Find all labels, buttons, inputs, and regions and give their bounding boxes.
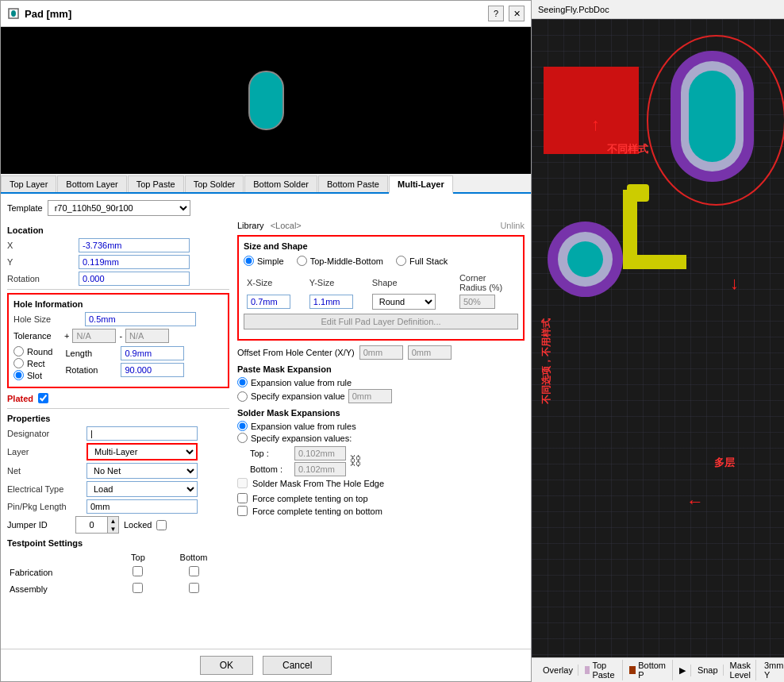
paste-rule-radio[interactable]: [237, 377, 248, 387]
tab-top-solder[interactable]: Top Solder: [185, 175, 244, 192]
net-label: Net: [7, 466, 86, 476]
solder-top-input[interactable]: [294, 446, 346, 460]
bottom-p-btn[interactable]: Bottom P: [625, 660, 673, 680]
testpoint-assembly-bottom[interactable]: [189, 583, 199, 593]
paste-specify-radio: Specify expansion value: [237, 389, 525, 403]
y-input[interactable]: [79, 255, 190, 269]
play-icon[interactable]: ▶: [674, 665, 691, 676]
tenting-bottom-checkbox[interactable]: [237, 506, 248, 516]
hole-size-input[interactable]: [85, 312, 196, 326]
length-row: Length: [65, 346, 184, 360]
tol-plus-input[interactable]: [72, 329, 116, 343]
offset-y-input[interactable]: [408, 345, 452, 360]
arrow-down-icon: ↓: [730, 273, 739, 294]
shape-select[interactable]: Round Rect Oval Chamfered: [372, 294, 436, 310]
jumper-up[interactable]: ▲: [107, 517, 118, 525]
net-select[interactable]: No Net: [86, 463, 198, 479]
dialog-title: Pad [mm]: [7, 7, 71, 20]
solder-specify-radio[interactable]: [237, 433, 248, 443]
solder-hole-edge-row: Solder Mask From The Hole Edge: [237, 478, 525, 488]
testpoint-section: Testpoint Settings Top Bottom: [7, 538, 229, 597]
solder-hole-edge-checkbox[interactable]: [237, 478, 248, 488]
annotation-multilayer: 多层: [714, 456, 735, 470]
pcb-bottom-teal-circle: [567, 241, 603, 277]
mask-level-btn[interactable]: Mask Level: [725, 660, 756, 680]
slot-radio[interactable]: [13, 370, 24, 380]
plated-label: Plated: [7, 394, 33, 403]
help-button[interactable]: ?: [488, 6, 504, 21]
tab-top-layer[interactable]: Top Layer: [1, 175, 56, 192]
tenting-top-checkbox[interactable]: [237, 493, 248, 503]
testpoint-assembly-row: Assembly: [7, 580, 229, 597]
jumper-down[interactable]: ▼: [107, 525, 118, 533]
elec-type-label: Electrical Type: [7, 484, 86, 494]
length-input[interactable]: [121, 346, 184, 360]
testpoint-col-bottom: Bottom: [158, 551, 229, 564]
right-column: Library <Local> Unlink Size and Shape Si…: [237, 221, 525, 597]
left-column: Location X Y Rotation: [7, 221, 229, 597]
top-paste-btn[interactable]: Top Paste: [580, 660, 623, 680]
x-label: X: [7, 241, 79, 250]
tab-multi-layer[interactable]: Multi-Layer: [389, 175, 453, 194]
chain-link-icon[interactable]: ⛓: [349, 454, 362, 468]
fullstack-radio[interactable]: [396, 256, 406, 266]
tab-bottom-layer[interactable]: Bottom Layer: [57, 175, 126, 192]
xsize-input[interactable]: [247, 295, 290, 309]
locked-checkbox[interactable]: [156, 520, 167, 530]
cancel-button[interactable]: Cancel: [263, 656, 332, 675]
size-data-row: Round Rect Oval Chamfered: [244, 293, 518, 310]
rotation-input[interactable]: [79, 272, 190, 286]
plated-checkbox[interactable]: [38, 393, 48, 403]
simple-radio[interactable]: [244, 256, 254, 266]
layer-select[interactable]: Multi-Layer Top Layer Bottom Layer: [86, 443, 198, 460]
x-input[interactable]: [79, 238, 190, 252]
tmb-radio[interactable]: [297, 256, 307, 266]
ok-button[interactable]: OK: [200, 656, 253, 675]
pcb-titlebar: SeeingFly.PcbDoc ◄ ►: [532, 0, 784, 19]
solder-bottom-input[interactable]: [294, 462, 346, 476]
ysize-input[interactable]: [309, 295, 353, 309]
tab-bottom-paste[interactable]: Bottom Paste: [318, 175, 388, 192]
size-mode-row: Simple Top-Middle-Bottom Full Stack: [244, 256, 518, 268]
edit-full-pad-btn[interactable]: Edit Full Pad Layer Definition...: [244, 314, 518, 329]
rect-radio[interactable]: [13, 358, 24, 368]
solder-rule-radio[interactable]: [237, 421, 248, 431]
library-value: <Local>: [271, 221, 302, 230]
unlink-button[interactable]: Unlink: [500, 221, 525, 230]
paste-specify-radio[interactable]: [237, 391, 248, 402]
round-radio[interactable]: [13, 346, 24, 356]
rect-radio-group: Rect: [13, 358, 52, 368]
pin-pkg-input[interactable]: [86, 499, 198, 514]
elec-type-row: Electrical Type Load Source Terminator U…: [7, 481, 229, 497]
paste-specify-label: Specify expansion value: [251, 391, 345, 401]
testpoint-fab-row: Fabrication: [7, 564, 229, 580]
paste-specify-input[interactable]: [348, 389, 392, 403]
snap-btn[interactable]: Snap: [693, 665, 724, 676]
pcb-yellow-pad: [627, 184, 649, 202]
svg-point-1: [11, 10, 16, 17]
paste-rule-label: Expansion value from rule: [251, 378, 352, 387]
paste-mask-section: Paste Mask Expansion Expansion value fro…: [237, 364, 525, 403]
offset-x-input[interactable]: [359, 345, 403, 360]
testpoint-fab-bottom[interactable]: [189, 566, 199, 576]
template-select[interactable]: r70_110h50_90r100: [48, 200, 190, 216]
ysize-col-header: Y-Size: [306, 272, 369, 293]
tenting-section: Force complete tenting on top Force comp…: [237, 493, 525, 516]
close-button[interactable]: ✕: [509, 6, 525, 21]
fullstack-radio-group: Full Stack: [396, 256, 448, 266]
pcb-panel: SeeingFly.PcbDoc ◄ ►: [532, 0, 784, 682]
tab-bottom-solder[interactable]: Bottom Solder: [244, 175, 317, 192]
tol-minus-input[interactable]: [125, 329, 169, 343]
app-container: Pad [mm] ? ✕ Top Layer Bottom Layer Top …: [0, 0, 784, 682]
hole-info-label: Hole Information: [13, 299, 223, 309]
tab-top-paste[interactable]: Top Paste: [128, 175, 184, 192]
elec-type-select[interactable]: Load Source Terminator Unspecified: [86, 481, 198, 497]
solder-top-label: Top :: [250, 449, 290, 458]
plus-sign: +: [64, 331, 69, 341]
testpoint-assembly-top[interactable]: [133, 583, 143, 593]
designator-input[interactable]: [86, 426, 198, 441]
corner-input[interactable]: [459, 295, 495, 309]
solder-mask-section: Solder Mask Expansions Expansion value f…: [237, 408, 525, 488]
testpoint-fab-top[interactable]: [133, 566, 143, 576]
hole-rotation-input[interactable]: [121, 363, 184, 377]
